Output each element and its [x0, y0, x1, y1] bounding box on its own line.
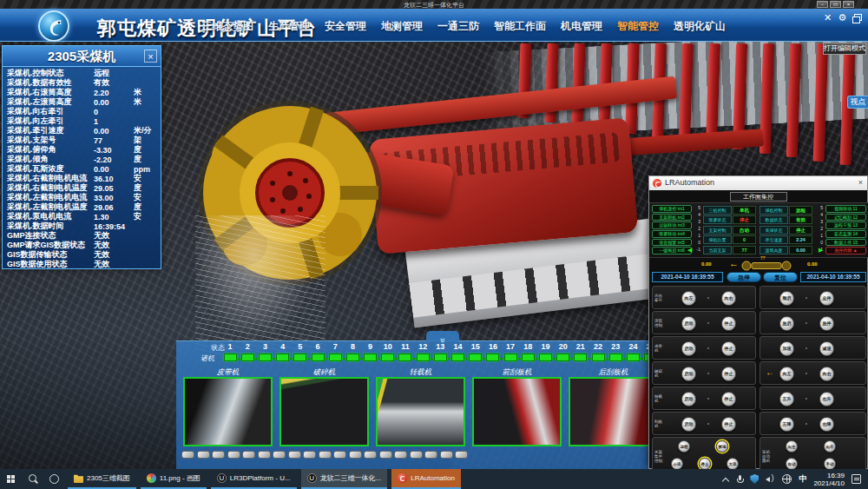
tray-chevron-up-icon[interactable]: [722, 476, 729, 483]
taskbar-task-1[interactable]: 2305三维截图: [68, 469, 136, 489]
menu-item-3[interactable]: 安全管理: [325, 19, 366, 34]
thumbnail-square[interactable]: [273, 451, 286, 459]
taskbar-task-4[interactable]: U龙软二三维一体化...: [301, 469, 388, 489]
round-button[interactable]: 启动: [681, 417, 696, 432]
reset-button[interactable]: 复位: [763, 272, 798, 282]
menu-item-6[interactable]: 智能工作面: [494, 19, 546, 34]
round-button[interactable]: 手动: [824, 458, 836, 470]
thumbnail-square[interactable]: [364, 451, 377, 459]
round-button[interactable]: 左升: [779, 392, 794, 406]
lr-right-button-5[interactable]: 数据上传 15: [825, 239, 866, 247]
camera-feed-video[interactable]: [183, 377, 273, 446]
round-button[interactable]: 停止: [721, 392, 736, 406]
menu-item-5[interactable]: 一通三防: [437, 19, 479, 34]
workface-control-tab[interactable]: 工作面集控: [730, 192, 787, 202]
lr-left-button-2[interactable]: 支架跟机 int2: [652, 214, 692, 221]
task-view-icon[interactable]: [43, 469, 64, 489]
round-button[interactable]: 大流: [727, 458, 739, 470]
network-globe-icon[interactable]: [782, 474, 792, 484]
round-button[interactable]: 右升: [819, 392, 834, 406]
round-button[interactable]: 启动: [681, 367, 696, 381]
lr-right-button-4[interactable]: 姿态监测 14: [825, 230, 866, 238]
lr-left-button-5[interactable]: 语音报警 int5: [652, 239, 692, 247]
round-button[interactable]: 顺启: [779, 291, 794, 306]
thumbnail-square[interactable]: [394, 451, 407, 459]
round-button[interactable]: 就地: [716, 440, 728, 453]
menu-item-9[interactable]: 透明化矿山: [674, 19, 726, 34]
close-button[interactable]: ×: [843, 1, 854, 8]
round-button[interactable]: 启动: [681, 341, 696, 356]
thumbnail-square[interactable]: [258, 451, 271, 459]
round-button[interactable]: 急停: [819, 316, 834, 331]
round-button[interactable]: 远程: [678, 440, 690, 453]
estop-button[interactable]: 急停: [727, 272, 761, 282]
lr-right-button-3[interactable]: 远程干预 13: [825, 221, 866, 229]
round-button[interactable]: 向右: [721, 291, 736, 306]
clock[interactable]: 16:39 2021/4/10: [813, 472, 845, 487]
round-button[interactable]: 总停: [819, 291, 834, 306]
tools-icon[interactable]: ✕: [822, 12, 833, 23]
round-button[interactable]: 加速: [779, 341, 794, 356]
round-button[interactable]: 停止: [699, 458, 711, 470]
menu-item-1[interactable]: 三维态势图: [201, 19, 253, 34]
ime-indicator[interactable]: 中: [799, 473, 806, 485]
round-button[interactable]: 右降: [819, 417, 834, 432]
thumbnail-square[interactable]: [379, 451, 392, 459]
thumbnail-square[interactable]: [424, 451, 437, 459]
panel-close-icon[interactable]: ×: [144, 50, 157, 63]
thumbnail-square[interactable]: [455, 451, 468, 459]
search-icon[interactable]: [23, 469, 43, 489]
thumbnail-square[interactable]: [440, 451, 453, 459]
speaker-icon[interactable]: [766, 474, 775, 484]
menu-item-8[interactable]: 智能管控: [617, 19, 659, 34]
round-button[interactable]: 停止: [721, 341, 736, 356]
lr-estop-lock-button[interactable]: 急停闭锁 ▲: [825, 247, 866, 254]
camera-feed-video[interactable]: [472, 377, 562, 446]
round-button[interactable]: 启动: [681, 316, 696, 331]
gear-icon[interactable]: ⚙: [837, 12, 848, 23]
lr-right-button-1[interactable]: 视频联动 11: [825, 205, 866, 213]
thumbnail-square[interactable]: [303, 451, 316, 459]
lr-left-button-1[interactable]: 煤机遥控 int1: [652, 205, 692, 213]
thumbnail-square[interactable]: [181, 451, 194, 459]
defender-shield-icon[interactable]: [750, 474, 759, 484]
menu-item-4[interactable]: 地测管理: [381, 19, 423, 34]
lr-left-button-4[interactable]: 喷雾联动 int4: [652, 230, 692, 238]
start-button[interactable]: [0, 469, 23, 489]
thumbnail-square[interactable]: [288, 451, 301, 459]
round-button[interactable]: 左降: [779, 417, 794, 432]
taskbar-task-5[interactable]: LRAutomation: [391, 469, 461, 489]
menu-item-7[interactable]: 机电管理: [561, 19, 602, 34]
viewpoint-tab[interactable]: 视点: [847, 96, 868, 109]
round-button[interactable]: 停止: [721, 316, 736, 331]
round-button[interactable]: 停止: [721, 417, 736, 432]
round-button[interactable]: 停止: [721, 367, 736, 381]
edit-mode-button[interactable]: 打开编辑模式: [823, 43, 866, 55]
round-button[interactable]: 自动: [786, 458, 798, 470]
round-button[interactable]: 向左: [786, 440, 798, 453]
menu-item-2[interactable]: 生产管理: [268, 19, 310, 34]
maximize-button[interactable]: ▭: [830, 1, 841, 8]
thumbnail-square[interactable]: [333, 451, 346, 459]
collapse-chevron-icon[interactable]: «: [426, 331, 459, 341]
camera-feed-video[interactable]: [279, 377, 369, 446]
thumbnail-square[interactable]: [212, 451, 225, 459]
round-button[interactable]: 向右: [824, 440, 836, 453]
thumbnail-square[interactable]: [227, 451, 240, 459]
round-button[interactable]: 减速: [819, 341, 834, 356]
camera-feed-video[interactable]: [569, 377, 658, 446]
round-button[interactable]: 急启: [779, 316, 794, 331]
thumbnail-square[interactable]: [242, 451, 255, 459]
lr-left-button-6[interactable]: 一键顺启 int6: [652, 247, 692, 254]
round-button[interactable]: 向左: [681, 291, 696, 306]
notification-center-icon[interactable]: [852, 474, 861, 484]
minimize-button[interactable]: –: [817, 1, 828, 8]
lr-right-button-2[interactable]: 记忆截割 12: [825, 214, 866, 221]
camera-feed-video[interactable]: [376, 377, 465, 446]
round-button[interactable]: 启动: [681, 392, 696, 406]
thumbnail-square[interactable]: [410, 451, 423, 459]
round-button[interactable]: 向右: [819, 367, 834, 381]
thumbnail-square[interactable]: [319, 451, 332, 459]
thumbnail-square[interactable]: [349, 451, 362, 459]
thumbnail-square[interactable]: [197, 451, 210, 459]
